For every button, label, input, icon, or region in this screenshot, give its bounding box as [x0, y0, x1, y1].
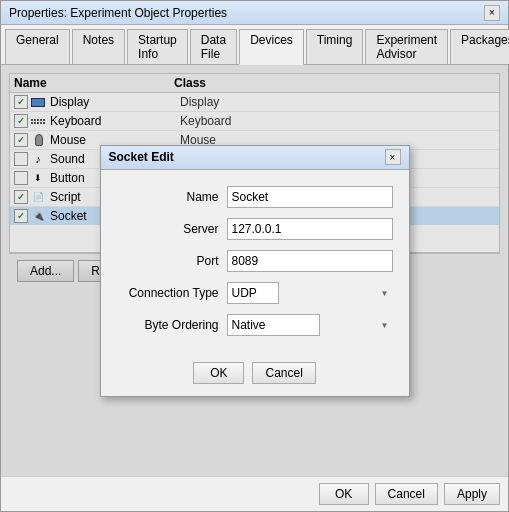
- modal-ok-button[interactable]: OK: [193, 362, 244, 384]
- tab-experiment-advisor[interactable]: Experiment Advisor: [365, 29, 448, 64]
- apply-button[interactable]: Apply: [444, 483, 500, 505]
- tab-data-file[interactable]: Data File: [190, 29, 237, 64]
- title-bar: Properties: Experiment Object Properties…: [1, 1, 508, 25]
- socket-edit-dialog: Socket Edit × Name Server: [100, 145, 410, 397]
- byte-ordering-label: Byte Ordering: [117, 318, 227, 332]
- server-input[interactable]: [227, 218, 393, 240]
- tab-general[interactable]: General: [5, 29, 70, 64]
- tab-timing[interactable]: Timing: [306, 29, 364, 64]
- modal-cancel-button[interactable]: Cancel: [252, 362, 315, 384]
- connection-type-row: Connection Type UDP TCP: [117, 282, 393, 304]
- main-footer: OK Cancel Apply: [1, 476, 508, 511]
- name-label: Name: [117, 190, 227, 204]
- modal-footer: OK Cancel: [101, 354, 409, 396]
- modal-title-bar: Socket Edit ×: [101, 146, 409, 170]
- port-label: Port: [117, 254, 227, 268]
- name-input[interactable]: [227, 186, 393, 208]
- tab-bar: General Notes Startup Info Data File Dev…: [1, 25, 508, 65]
- content-area: Name Class ✓ Display Display ✓: [1, 65, 508, 476]
- port-input[interactable]: [227, 250, 393, 272]
- cancel-button[interactable]: Cancel: [375, 483, 438, 505]
- connection-type-label: Connection Type: [117, 286, 227, 300]
- byte-ordering-row: Byte Ordering Native Big Endian Little E…: [117, 314, 393, 336]
- modal-title-text: Socket Edit: [109, 150, 174, 164]
- ok-button[interactable]: OK: [319, 483, 369, 505]
- port-field-row: Port: [117, 250, 393, 272]
- tab-devices[interactable]: Devices: [239, 29, 304, 65]
- tab-startup-info[interactable]: Startup Info: [127, 29, 188, 64]
- main-window: Properties: Experiment Object Properties…: [0, 0, 509, 512]
- window-close-button[interactable]: ×: [484, 5, 500, 21]
- tab-packages[interactable]: Packages: [450, 29, 509, 64]
- connection-type-wrapper: UDP TCP: [227, 282, 393, 304]
- modal-close-button[interactable]: ×: [385, 149, 401, 165]
- server-field-row: Server: [117, 218, 393, 240]
- connection-type-select[interactable]: UDP TCP: [227, 282, 279, 304]
- server-label: Server: [117, 222, 227, 236]
- modal-body: Name Server Port Connec: [101, 170, 409, 354]
- tab-notes[interactable]: Notes: [72, 29, 125, 64]
- byte-ordering-wrapper: Native Big Endian Little Endian: [227, 314, 393, 336]
- byte-ordering-select[interactable]: Native Big Endian Little Endian: [227, 314, 320, 336]
- name-field-row: Name: [117, 186, 393, 208]
- modal-overlay: Socket Edit × Name Server: [1, 65, 508, 476]
- window-title: Properties: Experiment Object Properties: [9, 6, 227, 20]
